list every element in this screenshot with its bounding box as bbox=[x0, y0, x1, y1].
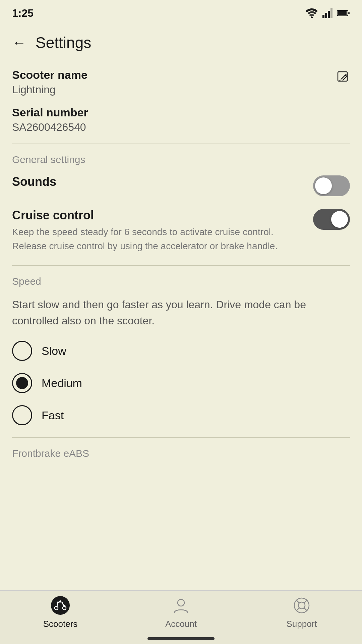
sounds-row: Sounds bbox=[12, 175, 350, 196]
svg-rect-6 bbox=[338, 11, 347, 15]
nav-account-label: Account bbox=[165, 619, 197, 629]
svg-rect-1 bbox=[322, 15, 324, 18]
cruise-control-label: Cruise control bbox=[12, 208, 300, 222]
scooter-name-value: Lightning bbox=[12, 84, 87, 96]
speed-slow-option[interactable]: Slow bbox=[12, 341, 350, 361]
speed-fast-label: Fast bbox=[42, 409, 64, 422]
battery-icon bbox=[337, 9, 350, 17]
speed-medium-radio bbox=[12, 373, 32, 393]
nav-item-support[interactable]: Support bbox=[241, 595, 362, 629]
svg-rect-7 bbox=[348, 12, 350, 14]
bottom-nav: Scooters Account Support bbox=[0, 590, 362, 644]
nav-scooters-label: Scooters bbox=[43, 619, 78, 629]
cruise-control-row: Cruise control Keep the speed steady for… bbox=[12, 208, 350, 253]
wifi-icon bbox=[306, 8, 318, 18]
svg-rect-8 bbox=[338, 72, 347, 81]
header: ← Settings bbox=[0, 23, 362, 58]
sounds-toggle-thumb bbox=[315, 177, 332, 194]
account-icon bbox=[171, 595, 191, 615]
sounds-label: Sounds bbox=[12, 175, 300, 189]
support-icon bbox=[292, 595, 312, 615]
scooter-icon bbox=[50, 595, 70, 615]
back-button[interactable]: ← bbox=[12, 36, 26, 50]
page-title: Settings bbox=[36, 34, 91, 52]
svg-line-19 bbox=[304, 608, 307, 611]
svg-line-16 bbox=[296, 600, 299, 603]
edit-scooter-name-button[interactable] bbox=[336, 70, 350, 87]
sounds-toggle[interactable] bbox=[313, 175, 350, 196]
speed-medium-label: Medium bbox=[42, 377, 82, 390]
speed-slow-radio bbox=[12, 341, 32, 361]
cruise-control-toggle-thumb bbox=[331, 211, 348, 228]
speed-fast-radio bbox=[12, 405, 32, 425]
signal-icon bbox=[322, 8, 333, 18]
speed-description: Start slow and then go faster as you lea… bbox=[12, 297, 350, 329]
scooter-name-section: Scooter name Lightning bbox=[12, 68, 350, 96]
serial-number-label: Serial number bbox=[12, 106, 350, 119]
scooter-name-label: Scooter name bbox=[12, 68, 87, 82]
speed-fast-option[interactable]: Fast bbox=[12, 405, 350, 425]
divider-1 bbox=[12, 144, 350, 144]
speed-heading: Speed bbox=[12, 276, 350, 287]
status-bar: 1:25 bbox=[0, 0, 362, 23]
svg-rect-2 bbox=[325, 13, 327, 18]
svg-rect-3 bbox=[328, 11, 330, 18]
svg-line-18 bbox=[296, 608, 299, 611]
svg-rect-4 bbox=[330, 8, 333, 18]
status-icons bbox=[306, 8, 350, 18]
nav-item-scooters[interactable]: Scooters bbox=[0, 595, 121, 629]
content-area: Scooter name Lightning Serial number SA2… bbox=[0, 58, 362, 585]
frontbrake-heading: Frontbrake eABS bbox=[12, 448, 350, 459]
svg-line-17 bbox=[304, 600, 307, 603]
general-settings-heading: General settings bbox=[12, 154, 350, 165]
speed-medium-radio-dot bbox=[16, 377, 28, 389]
home-indicator bbox=[147, 637, 215, 640]
cruise-control-description: Keep the speed steady for 6 seconds to a… bbox=[12, 225, 300, 253]
svg-point-12 bbox=[59, 600, 61, 602]
svg-point-15 bbox=[298, 602, 305, 609]
divider-3 bbox=[12, 437, 350, 438]
divider-2 bbox=[12, 265, 350, 266]
serial-number-section: Serial number SA2600426540 bbox=[12, 106, 350, 133]
svg-point-0 bbox=[311, 16, 313, 18]
nav-support-label: Support bbox=[286, 619, 317, 629]
cruise-control-toggle[interactable] bbox=[313, 209, 350, 230]
status-time: 1:25 bbox=[12, 7, 34, 19]
speed-medium-option[interactable]: Medium bbox=[12, 373, 350, 393]
serial-number-value: SA2600426540 bbox=[12, 121, 350, 133]
svg-point-13 bbox=[178, 599, 184, 606]
svg-point-9 bbox=[51, 596, 70, 615]
nav-item-account[interactable]: Account bbox=[121, 595, 241, 629]
speed-slow-label: Slow bbox=[42, 344, 66, 358]
